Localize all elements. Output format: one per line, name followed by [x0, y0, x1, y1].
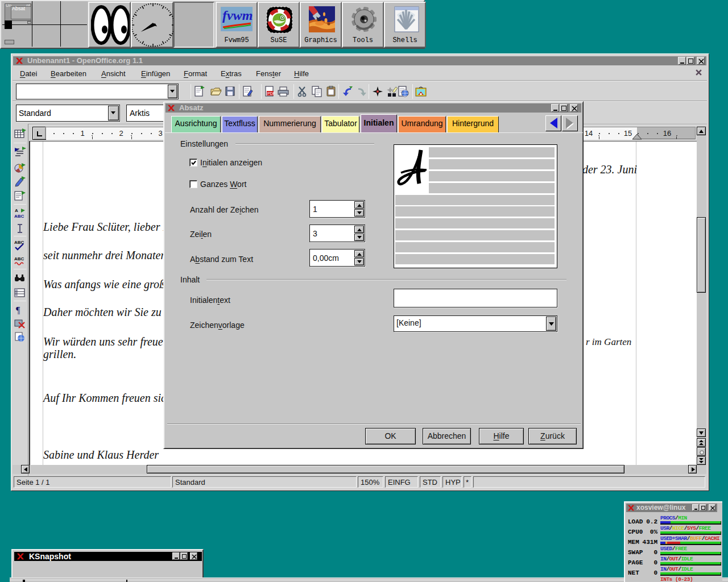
- svg-text:A: A: [15, 208, 18, 213]
- svg-text:ABC: ABC: [14, 214, 24, 219]
- svg-text:PDF: PDF: [267, 92, 275, 95]
- svg-text:ABC: ABC: [14, 256, 24, 261]
- svg-text:¶: ¶: [16, 305, 20, 315]
